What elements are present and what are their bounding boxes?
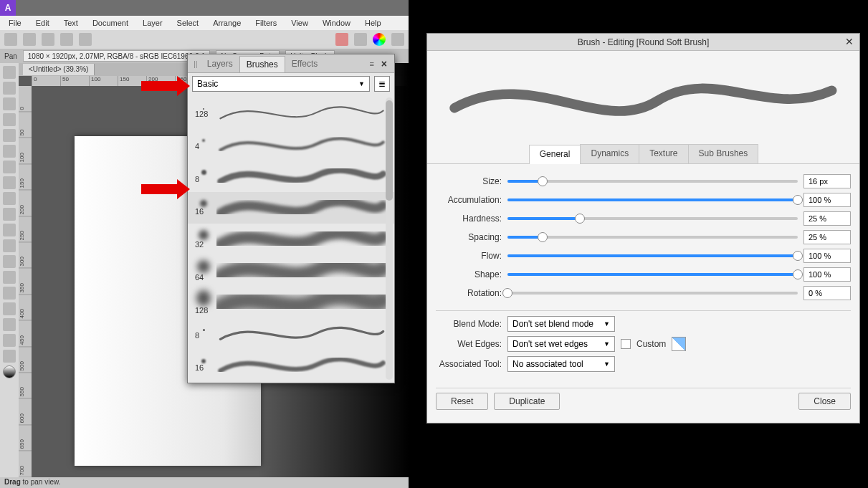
toolbar-icon[interactable] xyxy=(79,33,92,46)
wet-edges-swatch[interactable] xyxy=(672,337,686,351)
tool-select[interactable] xyxy=(3,145,16,158)
slider-value-input[interactable]: 0 % xyxy=(803,286,851,300)
tool-pan[interactable] xyxy=(3,97,16,110)
brush-item[interactable]: 128 xyxy=(188,287,394,318)
tool-lasso[interactable] xyxy=(3,161,16,173)
brush-view-toggle[interactable]: ≣ xyxy=(374,76,390,92)
slider-knob[interactable] xyxy=(575,214,585,224)
menu-arrange[interactable]: Arrange xyxy=(206,17,248,29)
tool-colorpick[interactable] xyxy=(3,365,16,378)
slider-track[interactable] xyxy=(507,176,798,186)
tool-shape[interactable] xyxy=(3,318,16,331)
slider-value-input[interactable]: 100 % xyxy=(803,249,851,263)
menu-select[interactable]: Select xyxy=(170,17,206,29)
brush-item[interactable]: 32 xyxy=(188,224,394,255)
tool-dodge[interactable] xyxy=(3,271,16,284)
reset-button[interactable]: Reset xyxy=(436,393,488,410)
wet-edges-select[interactable]: Don't set wet edges▼ xyxy=(507,336,615,352)
brush-item[interactable]: 8 xyxy=(188,161,394,192)
brush-category-select[interactable]: Basic ▼ xyxy=(192,76,370,92)
slider-track[interactable] xyxy=(507,288,798,298)
custom-checkbox[interactable] xyxy=(621,339,631,349)
toolbar-icon[interactable] xyxy=(391,33,404,46)
document-tab[interactable]: <Untitled> (39.3%) xyxy=(23,64,95,75)
dialog-tab-dynamics[interactable]: Dynamics xyxy=(580,144,639,163)
slider-knob[interactable] xyxy=(538,232,548,242)
menu-edit[interactable]: Edit xyxy=(29,17,57,29)
dialog-tab-sub-brushes[interactable]: Sub Brushes xyxy=(688,144,759,163)
slider-track[interactable] xyxy=(507,232,798,242)
dialog-title-bar[interactable]: Brush - Editing [Round Soft Brush] ✕ xyxy=(427,34,859,51)
dialog-tab-bar[interactable]: GeneralDynamicsTextureSub Brushes xyxy=(427,144,859,164)
slider-knob[interactable] xyxy=(793,269,803,279)
tool-node[interactable] xyxy=(3,82,16,95)
slider-value-input[interactable]: 25 % xyxy=(803,230,851,244)
tool-brush[interactable] xyxy=(3,176,16,189)
toolbar-icon[interactable] xyxy=(42,33,54,46)
tool-text[interactable] xyxy=(3,334,16,347)
menu-document[interactable]: Document xyxy=(85,17,135,29)
scrollbar-thumb[interactable] xyxy=(386,100,393,201)
menu-file[interactable]: File xyxy=(1,17,29,29)
tool-gradient[interactable] xyxy=(3,224,16,236)
menu-bar[interactable]: FileEditTextDocumentLayerSelectArrangeFi… xyxy=(0,16,409,30)
tab-effects[interactable]: Effects xyxy=(285,56,324,72)
menu-help[interactable]: Help xyxy=(358,17,388,29)
slider-knob[interactable] xyxy=(538,176,548,186)
panel-tab-bar[interactable]: || Layers Brushes Effects ≡ × xyxy=(188,54,394,73)
slider-track[interactable] xyxy=(507,251,798,261)
tool-pen[interactable] xyxy=(3,302,16,315)
brush-editing-dialog[interactable]: Brush - Editing [Round Soft Brush] ✕ Gen… xyxy=(426,33,860,424)
toolbar-icon[interactable] xyxy=(23,33,36,46)
menu-text[interactable]: Text xyxy=(57,17,85,29)
tool-blur[interactable] xyxy=(3,287,16,300)
tool-fill[interactable] xyxy=(3,208,16,221)
brush-item[interactable]: 64 xyxy=(188,255,394,287)
brushes-panel[interactable]: || Layers Brushes Effects ≡ × Basic ▼ ≣ … xyxy=(187,54,395,383)
menu-filters[interactable]: Filters xyxy=(248,17,284,29)
close-button[interactable]: Close xyxy=(798,393,851,410)
slider-knob[interactable] xyxy=(793,195,803,205)
tab-layers[interactable]: Layers xyxy=(201,56,239,72)
top-toolbar[interactable] xyxy=(0,30,409,49)
toolbar-icon[interactable] xyxy=(60,33,73,46)
slider-value-input[interactable]: 25 % xyxy=(803,211,851,226)
slider-track[interactable] xyxy=(507,214,798,224)
tool-heal[interactable] xyxy=(3,255,16,268)
menu-window[interactable]: Window xyxy=(315,17,358,29)
slider-knob[interactable] xyxy=(793,251,803,261)
associated-tool-select[interactable]: No associated tool▼ xyxy=(507,356,615,372)
tools-column[interactable] xyxy=(0,63,19,477)
duplicate-button[interactable]: Duplicate xyxy=(494,393,560,410)
dialog-tab-general[interactable]: General xyxy=(529,145,581,164)
toolbar-icon[interactable] xyxy=(4,33,17,46)
tool-crop[interactable] xyxy=(3,129,16,142)
slider-track[interactable] xyxy=(507,269,798,279)
blend-mode-select[interactable]: Don't set blend mode▼ xyxy=(507,316,615,332)
brush-item[interactable]: 4 xyxy=(188,129,394,161)
panel-drag-handle[interactable]: || xyxy=(191,59,201,68)
title-bar[interactable]: A xyxy=(0,0,409,16)
brush-item[interactable]: 128 xyxy=(188,97,394,129)
panel-close-icon[interactable]: × xyxy=(377,58,391,70)
brush-item[interactable]: 8 xyxy=(188,318,394,350)
toolbar-icon[interactable] xyxy=(373,33,386,46)
slider-value-input[interactable]: 16 px xyxy=(803,174,851,188)
menu-layer[interactable]: Layer xyxy=(135,17,170,29)
slider-value-input[interactable]: 100 % xyxy=(803,193,851,207)
tool-clone[interactable] xyxy=(3,239,16,252)
tab-brushes[interactable]: Brushes xyxy=(239,56,285,72)
brush-item[interactable]: 16 xyxy=(188,350,394,381)
slider-knob[interactable] xyxy=(502,288,512,298)
brush-item[interactable]: 16 xyxy=(188,192,394,224)
tool-erase[interactable] xyxy=(3,192,16,205)
panel-menu-icon[interactable]: ≡ xyxy=(366,59,376,68)
tool-mesh[interactable] xyxy=(3,350,16,363)
brush-list[interactable]: 12848163264128816 xyxy=(188,95,394,383)
tool-move[interactable] xyxy=(3,66,16,79)
menu-view[interactable]: View xyxy=(284,17,315,29)
toolbar-icon[interactable] xyxy=(354,33,367,46)
dialog-tab-texture[interactable]: Texture xyxy=(639,144,688,163)
tool-zoom[interactable] xyxy=(3,113,16,126)
toolbar-icon[interactable] xyxy=(335,33,348,46)
